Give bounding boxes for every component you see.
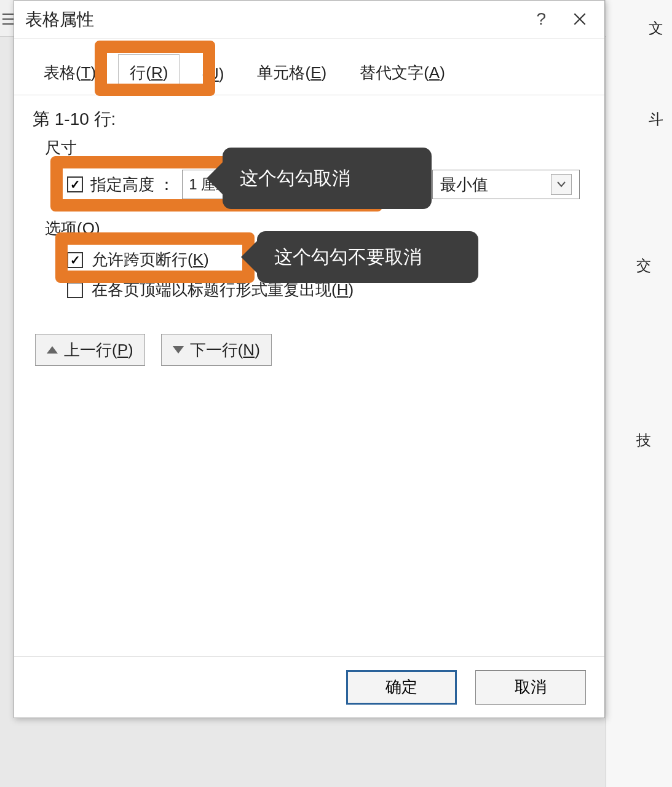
help-button[interactable]: ? — [536, 9, 546, 29]
close-icon — [572, 11, 588, 27]
tab-label: 替代文字(A) — [360, 63, 445, 82]
triangle-up-icon — [47, 346, 58, 354]
dialog-title: 表格属性 — [25, 8, 94, 31]
tab-row[interactable]: 行(R) — [118, 54, 180, 95]
triangle-down-icon — [173, 346, 184, 354]
height-value-input[interactable]: 1 厘米 — [182, 170, 268, 199]
tab-table[interactable]: 表格(T) — [33, 55, 107, 95]
tab-column[interactable]: (U) — [191, 57, 235, 95]
tab-label: 单元格(E) — [257, 63, 326, 82]
row-nav-buttons: 上一行(P) 下一行(N) — [35, 334, 586, 366]
repeat-header-checkbox[interactable] — [67, 282, 83, 298]
repeat-header-row: 在各页顶端以标题行形式重复出现(H) — [67, 279, 586, 301]
close-button[interactable] — [567, 7, 592, 31]
dialog-footer: 确定 取消 — [14, 656, 604, 718]
dialog-content: 第 1-10 行: 尺寸 指定高度 ： 1 厘米 ): 最小值 选项(O) 允许… — [14, 95, 604, 656]
size-section-label: 尺寸 — [45, 137, 586, 159]
allow-break-label: 允许跨页断行(K) — [92, 249, 209, 271]
tab-label: 表格(T) — [44, 63, 96, 82]
options-group: 允许跨页断行(K) 在各页顶端以标题行形式重复出现(H) — [67, 249, 586, 301]
button-label: 上一行(P) — [64, 339, 133, 361]
ok-button[interactable]: 确定 — [346, 670, 457, 705]
repeat-header-label: 在各页顶端以标题行形式重复出现(H) — [92, 279, 354, 301]
table-properties-dialog: 表格属性 ? 表格(T) 行(R) (U) 单元格(E) 替代文字(A) 第 1… — [14, 0, 605, 718]
tab-alt-text[interactable]: 替代文字(A) — [349, 55, 456, 95]
cancel-button[interactable]: 取消 — [475, 670, 586, 705]
height-is-value: 最小值 — [440, 174, 488, 196]
tab-cell[interactable]: 单元格(E) — [246, 55, 338, 95]
bg-text-fragment: 斗 — [649, 109, 663, 129]
background-right-panel: 文 斗 交 技 — [606, 0, 672, 787]
height-is-label: ): — [349, 175, 359, 194]
specify-height-label: 指定高度 ： — [90, 174, 175, 196]
bg-text-fragment: 技 — [636, 430, 651, 450]
tab-label: (U) — [202, 65, 224, 83]
allow-break-checkbox[interactable] — [67, 252, 83, 268]
options-section-label: 选项(O) — [45, 218, 586, 239]
tab-label: 行(R) — [130, 63, 168, 82]
previous-row-button[interactable]: 上一行(P) — [35, 334, 145, 366]
tab-strip: 表格(T) 行(R) (U) 单元格(E) 替代文字(A) — [14, 39, 604, 95]
bg-text-fragment: 文 — [649, 18, 663, 38]
height-is-select[interactable]: 最小值 — [432, 170, 580, 199]
allow-break-row: 允许跨页断行(K) — [67, 249, 586, 271]
specify-height-checkbox[interactable] — [67, 176, 83, 192]
rows-range-label: 第 1-10 行: — [33, 108, 586, 131]
dialog-titlebar: 表格属性 ? — [14, 1, 604, 39]
chevron-down-icon — [551, 174, 572, 195]
next-row-button[interactable]: 下一行(N) — [161, 334, 272, 366]
bg-text-fragment: 交 — [636, 256, 651, 275]
button-label: 下一行(N) — [190, 339, 260, 361]
specify-height-row: 指定高度 ： 1 厘米 ): 最小值 — [67, 170, 586, 199]
